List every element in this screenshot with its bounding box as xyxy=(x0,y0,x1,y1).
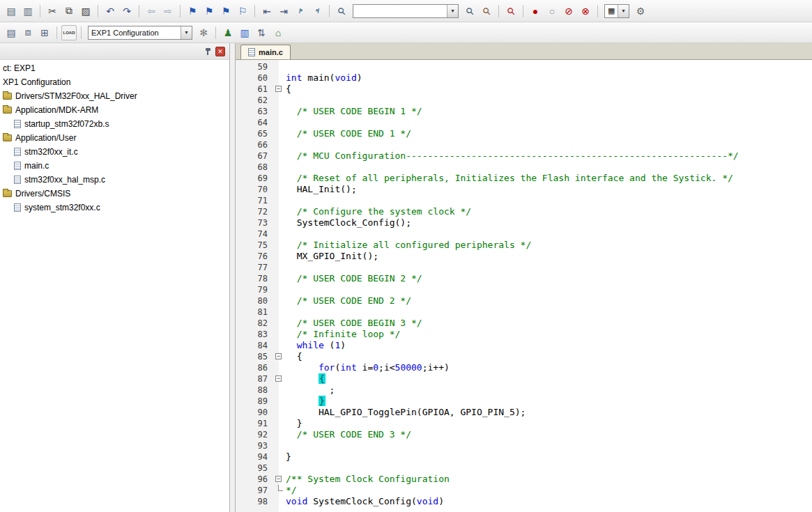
books-icon[interactable]: ▥ xyxy=(237,25,252,40)
code-line[interactable]: 66 xyxy=(236,139,812,150)
manage-rte-icon[interactable]: ♟ xyxy=(220,25,236,40)
code-line[interactable]: 88 ; xyxy=(236,385,812,396)
code-line[interactable]: 93 xyxy=(236,440,812,451)
download-icon[interactable]: LOAD xyxy=(61,25,77,40)
tree-item-stm32f0xx-hal-msp-c[interactable]: stm32f0xx_hal_msp.c xyxy=(0,173,229,187)
code-line[interactable]: 80 /* USER CODE END 2 */ xyxy=(236,295,812,307)
redo-icon[interactable]: ↷ xyxy=(119,3,135,19)
pin-icon[interactable] xyxy=(204,47,212,56)
panel-splitter[interactable] xyxy=(230,43,235,512)
code-line[interactable]: 74 xyxy=(236,228,812,240)
unindent-icon[interactable]: ⇤ xyxy=(259,3,275,19)
target-environment-icon[interactable]: ⇅ xyxy=(254,25,269,40)
find-icon[interactable]: ⚲ xyxy=(330,0,352,22)
code-line[interactable]: 62 xyxy=(236,95,812,106)
code-line[interactable]: 77 xyxy=(236,262,812,273)
breakpoint-kill-all-icon[interactable]: ⊗ xyxy=(578,3,593,19)
tree-item-main-c[interactable]: main.c xyxy=(0,159,229,173)
code-line[interactable]: 69 /* Reset of all peripherals, Initiali… xyxy=(236,173,812,184)
code-line[interactable]: 85− { xyxy=(236,351,812,362)
search-combobox[interactable]: ▼ xyxy=(353,4,459,18)
code-line[interactable]: 81 xyxy=(236,307,812,318)
save-all-icon[interactable]: ▥ xyxy=(20,3,36,19)
incremental-find-icon[interactable]: ⚲ xyxy=(475,0,497,22)
bookmark-toggle-icon[interactable]: ⚑ xyxy=(185,3,200,19)
code-line[interactable]: 84 while (1) xyxy=(236,340,812,351)
pack-installer-icon[interactable]: ⌂ xyxy=(270,25,286,40)
code-line[interactable]: 64 xyxy=(236,117,812,128)
tab-main-c[interactable]: main.c xyxy=(240,45,291,59)
tree-item-application-mdk-arm[interactable]: Application/MDK-ARM xyxy=(0,103,229,117)
translate-file-icon[interactable]: ▤ xyxy=(3,25,19,40)
code-line[interactable]: 78 /* USER CODE BEGIN 2 */ xyxy=(236,273,812,284)
code-line[interactable]: 75 /* Initialize all configured peripher… xyxy=(236,240,812,251)
code-line[interactable]: 73 SystemClock_Config(); xyxy=(236,217,812,228)
code-line[interactable]: 89 } xyxy=(236,396,812,407)
bookmark-next-icon[interactable]: ⚑ xyxy=(218,3,233,19)
tree-item-system-stm32f0xx-c[interactable]: system_stm32f0xx.c xyxy=(0,201,229,215)
fold-toggle-icon[interactable]: − xyxy=(275,375,282,382)
breakpoint-disable-all-icon[interactable]: ⊘ xyxy=(561,3,576,19)
code-line[interactable]: 82 /* USER CODE BEGIN 3 */ xyxy=(236,318,812,329)
new-file-icon[interactable]: ▤ xyxy=(3,3,19,19)
fold-toggle-icon[interactable]: − xyxy=(275,476,282,482)
code-line[interactable]: 65 /* USER CODE END 1 */ xyxy=(236,128,812,139)
indent-icon[interactable]: ⇥ xyxy=(276,3,291,19)
build-icon[interactable]: ⧈ xyxy=(20,25,36,40)
window-layout-select[interactable]: ▦▼ xyxy=(604,4,629,18)
rebuild-all-icon[interactable]: ⊞ xyxy=(37,25,52,40)
configure-wrench-icon[interactable]: ⚙ xyxy=(633,3,648,19)
code-line[interactable]: 97*/ xyxy=(236,485,812,496)
code-line[interactable]: 91 } xyxy=(236,418,812,429)
code-line[interactable]: 76 MX_GPIO_Init(); xyxy=(236,251,812,262)
target-options-wand-icon[interactable]: ✻ xyxy=(196,25,211,40)
code-line[interactable]: 59 xyxy=(236,61,812,72)
tree-item-application-user[interactable]: Application/User xyxy=(0,131,229,145)
paste-icon[interactable]: ▨ xyxy=(78,3,93,19)
uncomment-icon[interactable]: */ xyxy=(309,3,325,19)
fold-toggle-icon[interactable]: − xyxy=(275,353,282,359)
code-line[interactable]: 67 /* MCU Configuration-----------------… xyxy=(236,150,812,162)
nav-forward-icon[interactable]: ⇨ xyxy=(160,3,176,19)
breakpoint-disable-icon[interactable]: ○ xyxy=(544,3,560,19)
code-line[interactable]: 96−/** System Clock Configuration xyxy=(236,474,812,485)
undo-icon[interactable]: ↶ xyxy=(102,3,118,19)
code-line[interactable]: 95 xyxy=(236,463,812,474)
close-icon[interactable]: ✕ xyxy=(215,47,225,56)
tree-item-drivers-cmsis[interactable]: Drivers/CMSIS xyxy=(0,187,229,201)
code-line[interactable]: 60int main(void) xyxy=(236,72,812,84)
bookmark-clear-icon[interactable]: ⚐ xyxy=(235,3,250,19)
code-line[interactable]: 61−{ xyxy=(236,84,812,95)
chevron-down-icon[interactable]: ▼ xyxy=(181,26,192,39)
grep-icon[interactable]: ⚲ xyxy=(500,0,521,22)
tree-item-stm32f0xx-it-c[interactable]: stm32f0xx_it.c xyxy=(0,145,229,159)
code-line[interactable]: 87− { xyxy=(236,373,812,385)
comment-icon[interactable]: /* xyxy=(293,3,308,19)
code-line[interactable]: 70 HAL_Init(); xyxy=(236,184,812,195)
nav-back-icon[interactable]: ⇦ xyxy=(144,3,159,19)
chevron-down-icon[interactable]: ▼ xyxy=(618,5,629,17)
code-line[interactable]: 83 /* Infinite loop */ xyxy=(236,329,812,340)
code-line[interactable]: 68 xyxy=(236,162,812,173)
tree-item-drivers-stm32f0xx-hal-driver[interactable]: Drivers/STM32F0xx_HAL_Driver xyxy=(0,89,229,103)
fold-toggle-icon[interactable]: − xyxy=(275,86,282,92)
copy-icon[interactable]: ⧉ xyxy=(61,3,77,19)
code-editor[interactable]: 5960int main(void)61−{6263 /* USER CODE … xyxy=(236,60,812,512)
code-line[interactable]: 63 /* USER CODE BEGIN 1 */ xyxy=(236,106,812,117)
bookmark-prev-icon[interactable]: ⚑ xyxy=(201,3,217,19)
code-line[interactable]: 71 xyxy=(236,195,812,206)
chevron-down-icon[interactable]: ▼ xyxy=(447,5,458,17)
tree-item-xp1-configuration[interactable]: XP1 Configuration xyxy=(0,75,229,89)
code-line[interactable]: 86 for(int i=0;i<50000;i++) xyxy=(236,362,812,373)
code-line[interactable]: 92 /* USER CODE END 3 */ xyxy=(236,429,812,440)
breakpoint-toggle-icon[interactable]: ● xyxy=(528,3,543,19)
code-line[interactable]: 94} xyxy=(236,451,812,463)
target-select[interactable]: EXP1 Configuration▼ xyxy=(88,26,192,40)
cut-icon[interactable]: ✂ xyxy=(45,3,60,19)
code-line[interactable]: 72 /* Configure the system clock */ xyxy=(236,206,812,217)
code-line[interactable]: 98void SystemClock_Config(void) xyxy=(236,496,812,507)
tree-item-ct-exp1[interactable]: ct: EXP1 xyxy=(0,61,229,75)
code-line[interactable]: 79 xyxy=(236,284,812,295)
code-line[interactable]: 90 HAL_GPIO_TogglePin(GPIOA, GPIO_PIN_5)… xyxy=(236,407,812,418)
tree-item-startup-stm32f072xb-s[interactable]: startup_stm32f072xb.s xyxy=(0,117,229,131)
